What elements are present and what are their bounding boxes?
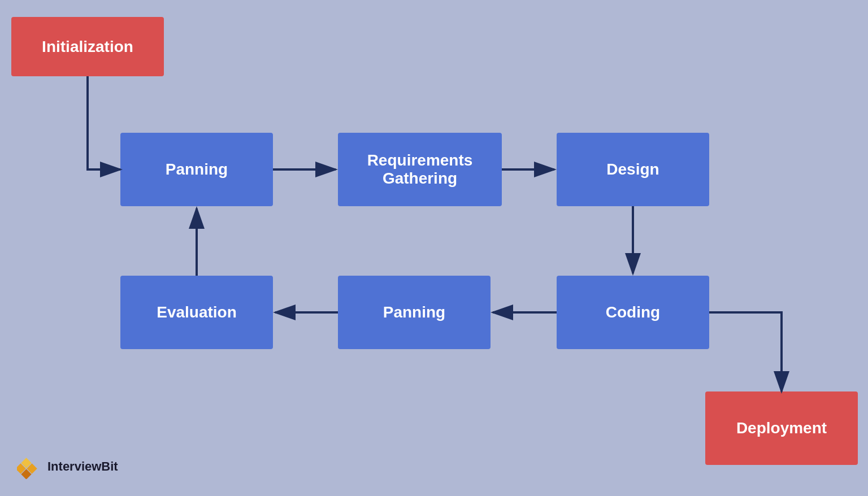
panning1-label: Panning xyxy=(166,160,228,179)
req-gathering-box: Requirements Gathering xyxy=(338,133,502,206)
deployment-box: Deployment xyxy=(705,391,858,465)
coding-label: Coding xyxy=(606,303,660,321)
req-gathering-label: Requirements Gathering xyxy=(367,151,473,188)
initialization-box: Initialization xyxy=(11,17,164,76)
logo-text: InterviewBit xyxy=(47,459,118,474)
evaluation-label: Evaluation xyxy=(157,303,237,321)
initialization-label: Initialization xyxy=(42,38,133,56)
coding-box: Coding xyxy=(557,276,709,349)
diagram-container: Initialization Panning Requirements Gath… xyxy=(0,0,868,496)
design-label: Design xyxy=(606,160,659,179)
evaluation-box: Evaluation xyxy=(120,276,273,349)
panning2-box: Panning xyxy=(338,276,491,349)
logo-icon xyxy=(17,454,42,479)
arrow-coding-to-deployment xyxy=(709,312,782,391)
deployment-label: Deployment xyxy=(736,419,827,437)
panning1-box: Panning xyxy=(120,133,273,206)
panning2-label: Panning xyxy=(383,303,445,321)
logo-container: InterviewBit xyxy=(17,454,118,479)
arrow-init-to-panning1 xyxy=(88,76,120,169)
design-box: Design xyxy=(557,133,709,206)
